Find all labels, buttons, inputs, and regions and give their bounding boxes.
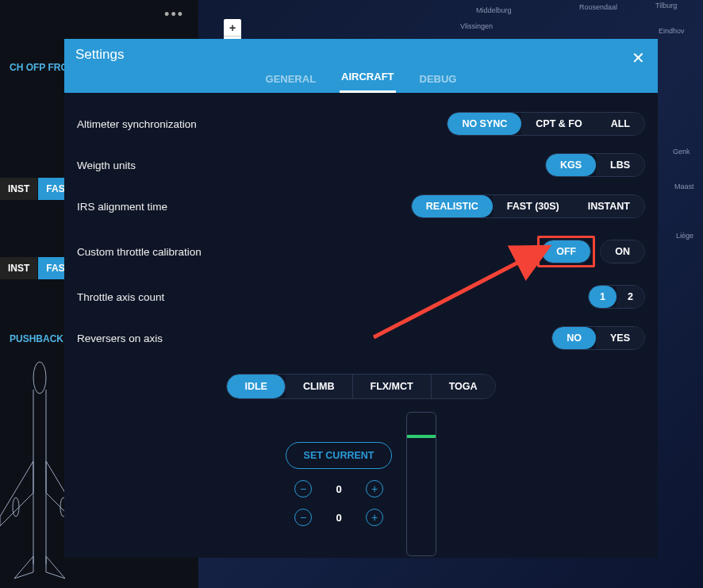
- stepper-2-minus-button[interactable]: −: [294, 509, 312, 526]
- stepper-1-minus-button[interactable]: −: [294, 480, 312, 498]
- modal-title: Settings: [64, 39, 658, 71]
- reversers-label: Reversers on axis: [77, 332, 163, 344]
- altimeter-toggle: NO SYNC CPT & FO ALL: [447, 112, 645, 136]
- map-city-label: Vlissingen: [460, 22, 493, 30]
- detent-climb[interactable]: CLIMB: [286, 375, 353, 398]
- irs-label: IRS alignment time: [77, 201, 167, 213]
- throttle-cal-toggle-on: ON: [600, 240, 645, 263]
- zoom-in-button[interactable]: +: [224, 19, 241, 37]
- map-city-label: Tilburg: [655, 2, 677, 10]
- map-city-label: Roosendaal: [579, 3, 617, 11]
- reversers-opt-yes[interactable]: YES: [596, 327, 644, 349]
- throttle-cal-opt-on[interactable]: ON: [601, 240, 644, 263]
- map-city-label: Liège: [676, 232, 693, 240]
- axis-count-label: Throttle axis count: [77, 291, 164, 303]
- map-city-label: Eindhov: [659, 27, 685, 35]
- settings-modal: Settings ✕ GENERAL AIRCRAFT DEBUG Altime…: [64, 39, 658, 558]
- weight-toggle: KGS LBS: [545, 153, 645, 177]
- stepper-2-value: 0: [329, 512, 348, 524]
- stepper-1-value: 0: [329, 483, 348, 495]
- map-city-label: Genk: [673, 148, 690, 156]
- altimeter-label: Altimeter synchronization: [77, 118, 197, 130]
- altimeter-opt-nosync[interactable]: NO SYNC: [448, 113, 521, 135]
- svg-point-0: [33, 362, 46, 394]
- throttle-cal-opt-off[interactable]: OFF: [542, 240, 590, 263]
- irs-toggle: REALISTIC FAST (30S) INSTANT: [411, 194, 645, 218]
- highlight-box: OFF: [537, 236, 595, 267]
- sidebar-btn-inst[interactable]: INST: [0, 257, 38, 279]
- axis-count-toggle: 1 2: [588, 285, 645, 309]
- throttle-slider-marker: [407, 435, 436, 438]
- menu-dots-icon[interactable]: •••: [164, 6, 184, 23]
- weight-opt-lbs[interactable]: LBS: [596, 154, 644, 176]
- throttle-slider[interactable]: [406, 412, 436, 556]
- stepper-2-plus-button[interactable]: +: [366, 509, 383, 526]
- axis-count-opt-1[interactable]: 1: [589, 286, 617, 308]
- set-current-button[interactable]: SET CURRENT: [286, 442, 393, 469]
- axis-count-opt-2[interactable]: 2: [617, 286, 644, 308]
- svg-point-3: [13, 498, 19, 517]
- irs-opt-instant[interactable]: INSTANT: [574, 195, 644, 217]
- detent-tabs: IDLE CLIMB FLX/MCT TOGA: [226, 374, 495, 399]
- stepper-1-plus-button[interactable]: +: [366, 480, 383, 498]
- sidebar-btn-inst[interactable]: INST: [0, 178, 38, 200]
- detent-idle[interactable]: IDLE: [227, 375, 285, 398]
- weight-label: Weigth units: [77, 159, 136, 171]
- irs-opt-fast[interactable]: FAST (30S): [493, 195, 574, 217]
- map-city-label: Middelburg: [476, 6, 512, 14]
- reversers-opt-no[interactable]: NO: [552, 327, 596, 349]
- modal-header: Settings ✕ GENERAL AIRCRAFT DEBUG: [64, 39, 658, 93]
- weight-opt-kgs[interactable]: KGS: [546, 154, 596, 176]
- map-city-label: Maast: [674, 183, 694, 190]
- detent-toga[interactable]: TOGA: [432, 375, 495, 398]
- detent-flxmct[interactable]: FLX/MCT: [353, 375, 432, 398]
- altimeter-opt-all[interactable]: ALL: [597, 113, 644, 135]
- altimeter-opt-cptfo[interactable]: CPT & FO: [521, 113, 596, 135]
- reversers-toggle: NO YES: [551, 326, 645, 350]
- throttle-cal-label: Custom throttle calibration: [77, 246, 202, 258]
- tab-aircraft[interactable]: AIRCRAFT: [340, 71, 395, 93]
- tab-general[interactable]: GENERAL: [264, 73, 318, 93]
- tab-debug[interactable]: DEBUG: [418, 73, 459, 93]
- irs-opt-realistic[interactable]: REALISTIC: [412, 195, 493, 217]
- close-icon[interactable]: ✕: [632, 48, 645, 67]
